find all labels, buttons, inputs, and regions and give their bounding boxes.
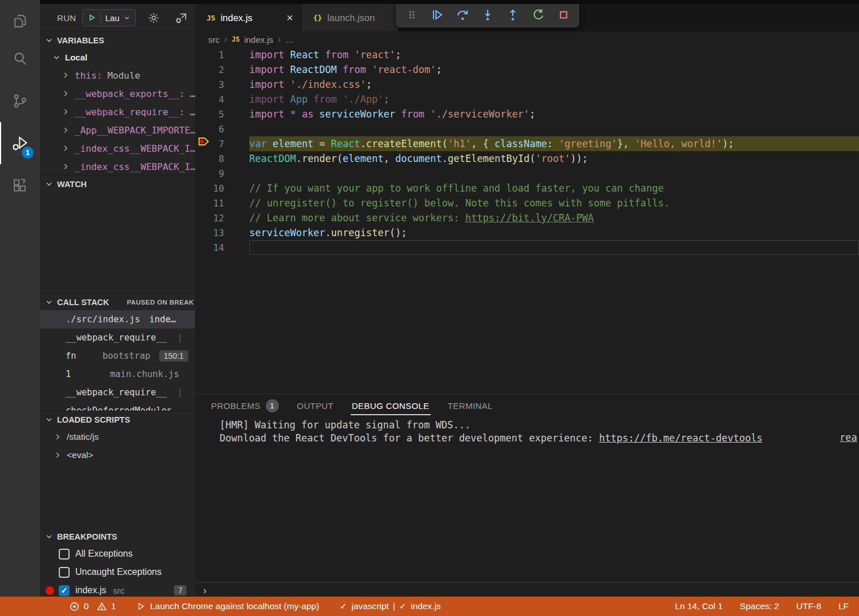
call-stack-frame[interactable]: __webpack_require__| [40,329,195,347]
breakpoint-checkbox[interactable]: ✓ [59,585,70,596]
encoding-status[interactable]: UTF-8 [796,601,821,611]
source-control-icon[interactable] [0,80,40,122]
variable-row[interactable]: _index_css__WEBPACK_I… [40,139,195,157]
code-line[interactable]: 14 [195,240,859,255]
extensions-icon[interactable] [0,164,40,206]
variable-row[interactable]: this:Module [40,66,195,84]
code-line[interactable]: 2import ReactDOM from 'react-dom'; [195,62,859,77]
tab-terminal[interactable]: TERMINAL [448,394,493,417]
line-number: 10 [195,183,249,194]
stop-button[interactable] [556,7,572,23]
call-stack-frame[interactable]: ./src/index.jsinde… [40,310,195,329]
problems-status[interactable]: 0 1 [70,601,116,611]
task-javascript-status[interactable]: ✓ javascript [340,601,389,611]
debug-console-input[interactable]: › [195,582,859,597]
line-number: 14 [195,242,249,253]
indentation-status[interactable]: Spaces: 2 [740,601,779,611]
tab-launch-json[interactable]: {} launch.json [301,4,398,31]
close-tab-icon[interactable]: × [286,12,293,23]
chevron-right-icon [62,90,70,98]
code-line[interactable]: 4import App from './App'; [195,92,859,107]
code-line[interactable]: 10// If you want your app to work offlin… [195,181,859,196]
breakpoint-row[interactable]: Uncaught Exceptions [40,563,195,581]
tab-index-js[interactable]: JS index.js × [195,4,301,31]
loaded-script-item[interactable]: /static/js [40,428,195,446]
explorer-icon[interactable] [0,0,40,38]
start-debugging-button[interactable] [87,13,96,22]
code-line[interactable]: 8ReactDOM.render(element, document.getEl… [195,151,859,166]
breadcrumb[interactable]: src › JS index.js › … [195,31,859,47]
code-editor[interactable]: 1import React from 'react';2import React… [195,47,859,255]
run-debug-icon[interactable]: 1 [0,122,40,164]
tab-problems[interactable]: PROBLEMS 1 [211,394,279,417]
console-link[interactable]: https://fb.me/react-devtools [599,432,763,444]
gear-icon[interactable] [147,11,160,25]
variable-row[interactable]: _index_css__WEBPACK_I… [40,157,195,176]
loaded-script-item[interactable]: <eval> [40,446,195,464]
code-line[interactable]: 7var element = React.createElement('h1',… [195,136,859,151]
call-stack-frame[interactable]: fnbootstrap150:1 [40,347,195,365]
breakpoint-dot-icon [46,586,54,595]
step-out-button[interactable] [505,7,521,23]
launch-config-dropdown[interactable]: Lau [82,9,136,26]
variable-row[interactable]: __webpack_require__:… [40,103,195,121]
line-number: 2 [195,64,249,75]
code-line[interactable]: 11// unregister() to register() below. N… [195,196,859,210]
chevron-right-icon [62,71,70,79]
code-line[interactable]: 6 [195,121,859,136]
tab-output[interactable]: OUTPUT [297,394,334,417]
scope-local[interactable]: Local [40,48,195,66]
line-number: 5 [195,109,249,120]
search-icon[interactable] [0,38,40,80]
drag-grip-icon[interactable] [404,7,420,23]
breakpoints-header[interactable]: BREAKPOINTS [40,528,195,545]
code-line[interactable]: 13serviceWorker.unregister(); [195,225,859,240]
js-file-icon: JS [206,14,216,22]
task-indexjs-status[interactable]: ✓ index.js [399,601,441,611]
line-number: 13 [195,228,249,238]
chevron-right-icon [62,163,70,171]
check-icon: ✓ [340,601,347,611]
watch-header[interactable]: WATCH [40,175,195,192]
code-line[interactable]: 1import React from 'react'; [195,47,859,62]
breakpoint-checkbox[interactable] [59,549,70,560]
line-number: 9 [195,168,249,179]
breakpoint-row[interactable]: ✓index.jssrc7 [40,581,195,597]
call-stack-frame[interactable]: checkDeferredModules [40,402,195,411]
line-number: 1 [195,50,249,60]
continue-button[interactable] [429,7,445,23]
play-icon [136,602,145,611]
code-line[interactable]: 12// Learn more about service workers: h… [195,210,859,225]
restart-button[interactable] [530,7,546,23]
code-line[interactable]: 3import './index.css'; [195,77,859,92]
call-stack-frame[interactable]: __webpack_require__| [40,383,195,402]
open-debug-console-icon[interactable] [174,10,189,25]
frame-location-badge: 150:1 [159,350,188,362]
breakpoint-row[interactable]: All Exceptions [40,545,195,563]
variable-row[interactable]: _App__WEBPACK_IMPORTE… [40,121,195,139]
eol-status[interactable]: LF [838,601,849,611]
loaded-scripts-header[interactable]: LOADED SCRIPTS [40,411,195,428]
activity-bar: 1 [0,0,40,597]
chevron-down-icon [45,533,53,541]
variables-header[interactable]: VARIABLES [40,31,195,48]
chevron-right-icon [54,433,62,441]
code-line[interactable]: 9 [195,166,859,181]
launch-config-status[interactable]: Launch Chrome against localhost (my-app) [136,601,319,611]
window-top-edge [0,0,859,4]
cursor-position-status[interactable]: Ln 14, Col 1 [675,601,723,611]
breakpoint-checkbox[interactable] [59,567,70,578]
console-source-link[interactable]: rea [840,432,857,443]
call-stack-header[interactable]: CALL STACK PAUSED ON BREAK [40,293,195,310]
line-number: 4 [195,94,249,105]
step-into-button[interactable] [480,7,496,23]
console-line: [HMR] Waiting for update signal from WDS… [195,419,859,432]
breakpoints-section: BREAKPOINTS All ExceptionsUncaught Excep… [40,528,195,597]
variable-row[interactable]: __webpack_exports__:… [40,84,195,103]
code-line[interactable]: 5import * as serviceWorker from './servi… [195,107,859,121]
step-over-button[interactable] [455,7,471,23]
chevron-down-icon [123,14,131,22]
chevron-right-icon [62,126,70,134]
call-stack-frame[interactable]: 1main.chunk.js [40,365,195,383]
tab-debug-console[interactable]: DEBUG CONSOLE [352,394,430,417]
